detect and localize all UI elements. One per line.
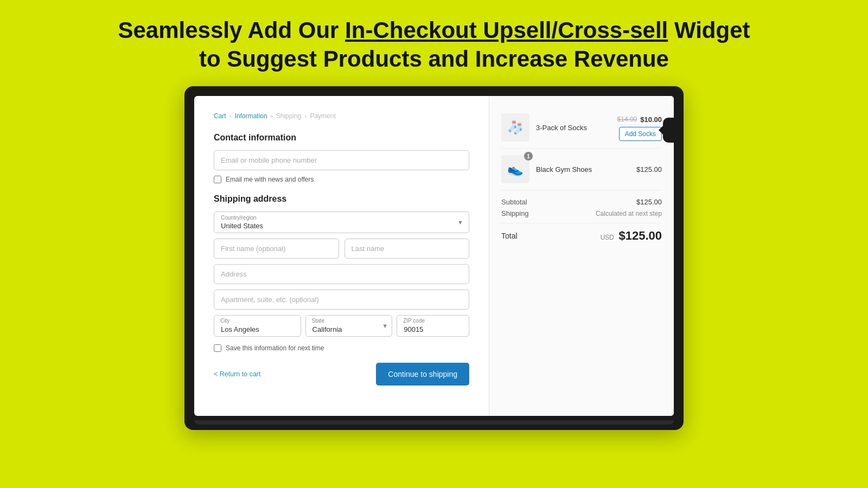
socks-info: 3-Pack of Socks bbox=[536, 124, 611, 132]
shoes-name: Black Gym Shoes bbox=[536, 165, 630, 174]
state-field: State California ▼ bbox=[305, 315, 393, 337]
socks-original-price: $14.00 bbox=[617, 115, 637, 123]
shipping-section-title: Shipping address bbox=[214, 194, 469, 204]
laptop-frame: Cart › Information › Shipping › Payment … bbox=[184, 86, 684, 430]
product-item-shoes: 👟 1 Black Gym Shoes $125.00 bbox=[501, 149, 662, 190]
email-group bbox=[214, 150, 469, 170]
checkout-form-panel: Cart › Information › Shipping › Payment … bbox=[194, 96, 489, 416]
socks-sale-price: $10.00 bbox=[640, 115, 662, 124]
shoes-image-wrapper: 👟 1 bbox=[501, 155, 529, 183]
breadcrumb-shipping: Shipping bbox=[276, 112, 302, 120]
total-row: Total USD $125.00 bbox=[501, 223, 662, 243]
subtotal-label: Subtotal bbox=[501, 198, 527, 206]
breadcrumb-sep2: › bbox=[271, 112, 273, 120]
shipping-row: Shipping Calculated at next step bbox=[501, 209, 662, 217]
add-socks-button[interactable]: Add Socks bbox=[619, 127, 662, 141]
total-value: $125.00 bbox=[618, 229, 662, 242]
shoes-badge: 1 bbox=[524, 152, 533, 160]
total-currency: USD bbox=[601, 234, 614, 241]
newsletter-checkbox[interactable] bbox=[214, 176, 221, 183]
breadcrumb: Cart › Information › Shipping › Payment bbox=[214, 112, 469, 120]
save-checkbox[interactable] bbox=[214, 344, 221, 352]
return-to-cart-link[interactable]: < Return to cart bbox=[214, 370, 261, 378]
apt-group bbox=[214, 290, 469, 310]
apt-input[interactable] bbox=[214, 290, 469, 310]
socks-right: $14.00 $10.00 Add Socks bbox=[617, 114, 662, 141]
city-input[interactable] bbox=[214, 315, 301, 337]
subtotal-row: Subtotal $125.00 bbox=[501, 198, 662, 206]
shipping-label: Shipping bbox=[501, 209, 529, 217]
state-select[interactable]: California bbox=[305, 315, 393, 337]
newsletter-label[interactable]: Email me with news and offers bbox=[226, 176, 314, 183]
shoes-info: Black Gym Shoes bbox=[536, 165, 630, 174]
contact-section-title: Contact information bbox=[214, 133, 469, 143]
breadcrumb-sep3: › bbox=[304, 112, 307, 120]
breadcrumb-information[interactable]: Information bbox=[235, 112, 267, 120]
save-row: Save this information for next time bbox=[214, 344, 469, 352]
total-amount: USD $125.00 bbox=[601, 229, 662, 243]
form-actions: < Return to cart Continue to shipping bbox=[214, 363, 469, 386]
country-wrapper: Country/region United States ▼ bbox=[214, 211, 469, 233]
product-item-socks: 🧦 3-Pack of Socks $14.00 $10.00 Add Sock… bbox=[501, 107, 662, 149]
newsletter-row: Email me with news and offers bbox=[214, 176, 469, 183]
laptop-screen: Cart › Information › Shipping › Payment … bbox=[194, 96, 674, 416]
order-summary-panel: 🧦 3-Pack of Socks $14.00 $10.00 Add Sock… bbox=[489, 96, 674, 416]
subtotal-value: $125.00 bbox=[636, 198, 662, 206]
shoes-price: $125.00 bbox=[636, 165, 662, 174]
total-label: Total bbox=[501, 232, 518, 240]
last-name-input[interactable] bbox=[344, 239, 470, 259]
order-summary: Subtotal $125.00 Shipping Calculated at … bbox=[501, 190, 662, 243]
socks-image: 🧦 bbox=[501, 113, 529, 142]
headline-part1: Seamlessly Add Our bbox=[118, 17, 345, 43]
shipping-value: Calculated at next step bbox=[596, 210, 662, 217]
socks-image-wrapper: 🧦 bbox=[501, 113, 529, 142]
continue-to-shipping-button[interactable]: Continue to shipping bbox=[376, 363, 469, 386]
zip-field: ZIP code bbox=[397, 315, 469, 337]
zip-input[interactable] bbox=[397, 315, 469, 337]
address-input[interactable] bbox=[214, 264, 469, 284]
email-input[interactable] bbox=[214, 150, 469, 170]
callout-bubble: One-Click, Easy Sale bbox=[663, 118, 674, 143]
breadcrumb-cart[interactable]: Cart bbox=[214, 112, 226, 120]
socks-prices: $14.00 $10.00 bbox=[617, 115, 662, 124]
headline-bold: In-Checkout Upsell/Cross-sell bbox=[345, 17, 668, 43]
socks-name: 3-Pack of Socks bbox=[536, 124, 611, 132]
city-field: City bbox=[214, 315, 301, 337]
country-select[interactable]: United States bbox=[214, 212, 469, 233]
first-name-input[interactable] bbox=[214, 239, 339, 259]
city-state-zip-row: City State California ▼ ZIP code bbox=[214, 315, 469, 337]
breadcrumb-sep1: › bbox=[229, 112, 232, 120]
laptop-bottom-bar bbox=[194, 420, 674, 425]
save-label[interactable]: Save this information for next time bbox=[226, 344, 324, 352]
address-group bbox=[214, 264, 469, 284]
breadcrumb-payment: Payment bbox=[310, 112, 335, 120]
name-row bbox=[214, 239, 469, 259]
headline: Seamlessly Add Our In-Checkout Upsell/Cr… bbox=[108, 16, 760, 73]
